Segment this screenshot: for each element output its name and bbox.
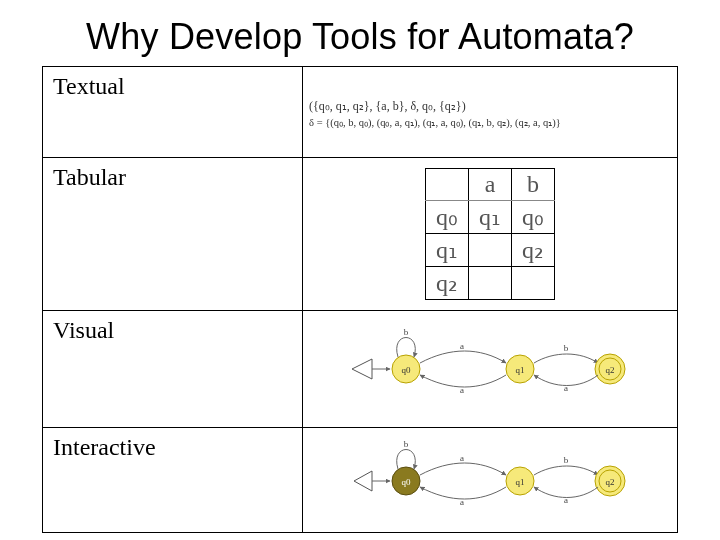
automaton-diagram-icon: q0 b a q1 a b [340, 327, 640, 411]
state-label: q2 [606, 365, 615, 375]
table-row: Interactive q0 b a [43, 428, 678, 533]
edge-label: a [460, 453, 464, 463]
row-label-textual: Textual [43, 67, 303, 158]
transition-row: q₀ q₁ q₀ [426, 201, 555, 234]
trans-cell [512, 267, 555, 300]
col-b: b [512, 169, 555, 201]
trans-cell [469, 267, 512, 300]
edge-label: b [404, 441, 409, 449]
visual-cell: q0 b a q1 a b [303, 311, 678, 428]
trans-cell: q₂ [512, 234, 555, 267]
edge-label: a [460, 341, 464, 351]
transition-table: a b q₀ q₁ q₀ q₁ q₂ q₂ [425, 168, 555, 300]
trans-cell [469, 234, 512, 267]
edge-label: b [564, 455, 569, 465]
tuple-line2: δ = {(q₀, b, q₀), (q₀, a, q₁), (q₁, a, q… [309, 115, 673, 131]
state-cell: q₀ [426, 201, 469, 234]
state-label: q1 [516, 477, 525, 487]
edge-label: a [460, 385, 464, 395]
row-label-interactive: Interactive [43, 428, 303, 533]
state-label: q0 [402, 365, 412, 375]
transition-row: q₁ q₂ [426, 234, 555, 267]
automaton-diagram-interactive-icon: q0 b a q1 a b q2 a [340, 441, 640, 519]
state-cell: q₂ [426, 267, 469, 300]
edge-label: a [564, 383, 568, 393]
trans-cell: q₀ [512, 201, 555, 234]
table-row: Visual q0 b [43, 311, 678, 428]
tabular-cell: a b q₀ q₁ q₀ q₁ q₂ q₂ [303, 158, 678, 311]
state-label: q2 [606, 477, 615, 487]
comparison-table: Textual ({q₀, q₁, q₂}, {a, b}, δ, q₀, {q… [42, 66, 678, 533]
tuple-line1: ({q₀, q₁, q₂}, {a, b}, δ, q₀, {q₂}) [309, 97, 673, 115]
table-row: Tabular a b q₀ q₁ q₀ q₁ [43, 158, 678, 311]
trans-cell: q₁ [469, 201, 512, 234]
edge-label: a [564, 495, 568, 505]
state-label: q0 [402, 477, 412, 487]
table-row: Textual ({q₀, q₁, q₂}, {a, b}, δ, q₀, {q… [43, 67, 678, 158]
edge-label: a [460, 497, 464, 507]
transition-header: a b [426, 169, 555, 201]
automaton-tuple: ({q₀, q₁, q₂}, {a, b}, δ, q₀, {q₂}) δ = … [307, 93, 673, 131]
row-label-tabular: Tabular [43, 158, 303, 311]
edge-label: b [404, 327, 409, 337]
svg-marker-0 [352, 359, 372, 379]
edge-label: b [564, 343, 569, 353]
slide-title: Why Develop Tools for Automata? [0, 0, 720, 66]
state-label: q1 [516, 365, 525, 375]
svg-marker-6 [354, 471, 372, 491]
transition-row: q₂ [426, 267, 555, 300]
interactive-cell: q0 b a q1 a b q2 a [303, 428, 678, 533]
col-a: a [469, 169, 512, 201]
state-cell: q₁ [426, 234, 469, 267]
slide: Why Develop Tools for Automata? Textual … [0, 0, 720, 540]
row-label-visual: Visual [43, 311, 303, 428]
textual-cell: ({q₀, q₁, q₂}, {a, b}, δ, q₀, {q₂}) δ = … [303, 67, 678, 158]
